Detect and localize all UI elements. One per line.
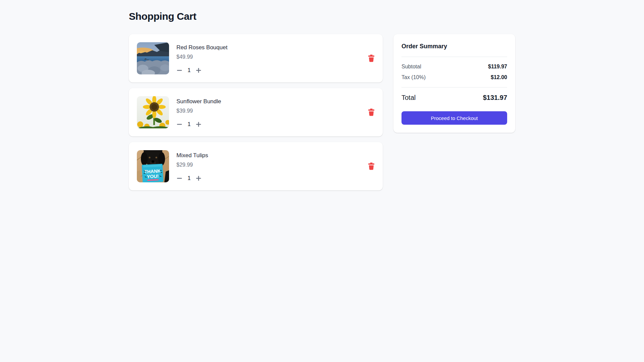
increase-quantity-button[interactable] bbox=[196, 121, 202, 127]
remove-item-button[interactable] bbox=[368, 109, 375, 116]
minus-icon bbox=[176, 67, 182, 73]
cart-item-red-roses-bouquet: Red Roses Bouquet $49.99 1 bbox=[129, 34, 383, 82]
item-details: Sunflower Bundle $39.99 1 bbox=[176, 96, 368, 128]
item-details: Red Roses Bouquet $49.99 1 bbox=[176, 42, 368, 74]
minus-icon bbox=[176, 121, 182, 127]
quantity-value: 1 bbox=[187, 175, 191, 181]
remove-item-button[interactable] bbox=[368, 163, 375, 170]
image-text-line-2: YOU! bbox=[147, 173, 159, 179]
decrease-quantity-button[interactable] bbox=[176, 175, 182, 181]
subtotal-row: Subtotal $119.97 bbox=[401, 64, 507, 70]
subtotal-label: Subtotal bbox=[401, 64, 421, 70]
item-price: $39.99 bbox=[176, 108, 193, 114]
tax-value: $12.00 bbox=[491, 74, 507, 80]
cart-item-mixed-tulips: THANK YOU! M bbox=[129, 142, 383, 190]
order-summary-panel: Order Summary Subtotal $119.97 Tax (10%)… bbox=[393, 34, 515, 133]
item-name: Sunflower Bundle bbox=[176, 98, 221, 105]
divider bbox=[401, 57, 507, 57]
plus-icon bbox=[196, 67, 202, 73]
proceed-to-checkout-button[interactable]: Proceed to Checkout bbox=[401, 111, 507, 125]
minus-icon bbox=[176, 175, 182, 181]
main-layout: Red Roses Bouquet $49.99 1 bbox=[129, 34, 515, 190]
product-image-sunflower bbox=[137, 96, 169, 128]
decrease-quantity-button[interactable] bbox=[176, 121, 182, 127]
plus-icon bbox=[196, 175, 202, 181]
subtotal-value: $119.97 bbox=[488, 64, 507, 70]
increase-quantity-button[interactable] bbox=[196, 67, 202, 73]
tax-label: Tax (10%) bbox=[401, 74, 426, 80]
quantity-controls: 1 bbox=[176, 67, 202, 73]
quantity-value: 1 bbox=[187, 121, 191, 127]
cart-items-list: Red Roses Bouquet $49.99 1 bbox=[129, 34, 383, 190]
product-image-mountain-lake bbox=[137, 42, 169, 74]
summary-rows: Subtotal $119.97 Tax (10%) $12.00 bbox=[401, 64, 507, 80]
trash-icon bbox=[368, 55, 375, 62]
total-row: Total $131.97 bbox=[401, 94, 507, 102]
trash-icon bbox=[368, 109, 375, 116]
product-image-dog-thank-you: THANK YOU! bbox=[137, 150, 169, 182]
tax-row: Tax (10%) $12.00 bbox=[401, 74, 507, 80]
plus-icon bbox=[196, 121, 202, 127]
quantity-controls: 1 bbox=[176, 121, 202, 127]
trash-icon bbox=[368, 163, 375, 170]
increase-quantity-button[interactable] bbox=[196, 175, 202, 181]
quantity-value: 1 bbox=[187, 67, 191, 73]
item-name: Mixed Tulips bbox=[176, 152, 208, 159]
item-name: Red Roses Bouquet bbox=[176, 44, 227, 51]
divider bbox=[401, 87, 507, 87]
cart-item-sunflower-bundle: Sunflower Bundle $39.99 1 bbox=[129, 88, 383, 136]
total-label: Total bbox=[401, 94, 416, 102]
quantity-controls: 1 bbox=[176, 175, 202, 181]
decrease-quantity-button[interactable] bbox=[176, 67, 182, 73]
total-value: $131.97 bbox=[483, 94, 507, 102]
shopping-cart-page: Shopping Cart bbox=[129, 0, 515, 190]
page-title: Shopping Cart bbox=[129, 10, 515, 23]
item-price: $49.99 bbox=[176, 54, 193, 60]
item-details: Mixed Tulips $29.99 1 bbox=[176, 150, 368, 182]
order-summary-title: Order Summary bbox=[401, 43, 507, 50]
remove-item-button[interactable] bbox=[368, 55, 375, 62]
item-price: $29.99 bbox=[176, 162, 193, 168]
